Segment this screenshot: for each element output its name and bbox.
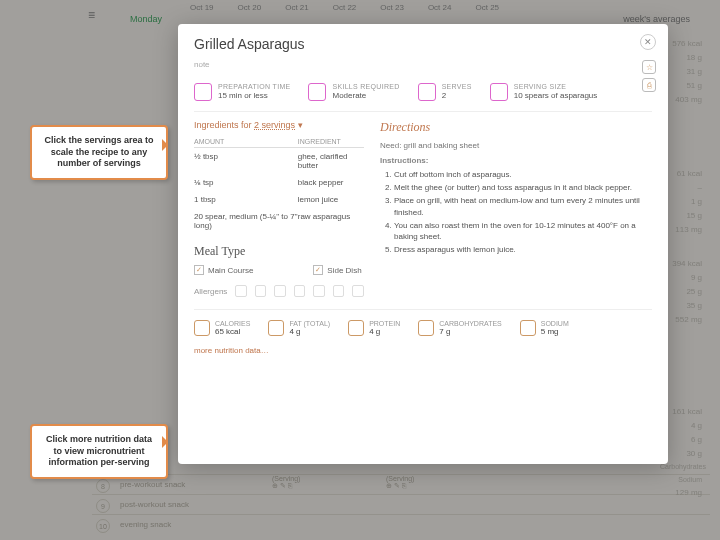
ingredients-header: Ingredients for 2 servings ▾: [194, 120, 364, 130]
calories-icon: [194, 320, 210, 336]
recipe-modal: Grilled Asparagus ✕ ☆ ⎙ note PREPARATION…: [178, 24, 668, 464]
allergen-icon: [333, 285, 345, 297]
allergen-icon: [352, 285, 364, 297]
meal-type-main[interactable]: ✓Main Course: [194, 265, 253, 275]
recipe-meta: PREPARATION TIME15 min or less SKILLS RE…: [194, 83, 652, 112]
close-button[interactable]: ✕: [640, 34, 656, 50]
note-field[interactable]: note: [194, 60, 652, 69]
skill-icon: [308, 83, 326, 101]
table-row: 1 tbsplemon juice: [194, 191, 364, 208]
allergen-icon: [235, 285, 247, 297]
serves-icon: [418, 83, 436, 101]
print-icon[interactable]: ⎙: [642, 78, 656, 92]
allergen-icon: [294, 285, 306, 297]
carbs-icon: [418, 320, 434, 336]
servings-selector[interactable]: 2 servings: [254, 120, 295, 130]
recipe-title: Grilled Asparagus: [194, 36, 652, 52]
allergen-icon: [313, 285, 325, 297]
callout-servings: Click the servings area to scale the rec…: [30, 125, 168, 180]
allergens-row: Allergens: [194, 285, 364, 297]
meal-type-side[interactable]: ✓Side Dish: [313, 265, 361, 275]
nutrition-row: CALORIES65 kcal FAT (TOTAL)4 g PROTEIN4 …: [194, 309, 652, 336]
sodium-icon: [520, 320, 536, 336]
table-row: ½ tbspghee, clarified butter: [194, 148, 364, 175]
allergen-icon: [274, 285, 286, 297]
favorite-icon[interactable]: ☆: [642, 60, 656, 74]
directions-need: Need: grill and baking sheet: [380, 141, 652, 150]
instructions-list: Cut off bottom inch of asparagus. Melt t…: [394, 169, 652, 255]
ingredients-table: AMOUNTINGREDIENT ½ tbspghee, clarified b…: [194, 136, 364, 234]
meal-type-header: Meal Type: [194, 244, 364, 259]
size-icon: [490, 83, 508, 101]
more-nutrition-link[interactable]: more nutrition data…: [194, 346, 652, 355]
table-row: ⅛ tspblack pepper: [194, 174, 364, 191]
directions-header: Directions: [380, 120, 652, 135]
clock-icon: [194, 83, 212, 101]
callout-nutrition: Click more nutrition data to view micron…: [30, 424, 168, 479]
fat-icon: [268, 320, 284, 336]
allergen-icon: [255, 285, 267, 297]
protein-icon: [348, 320, 364, 336]
table-row: 20 spear, medium (5-¼" to 7" long)raw as…: [194, 208, 364, 234]
